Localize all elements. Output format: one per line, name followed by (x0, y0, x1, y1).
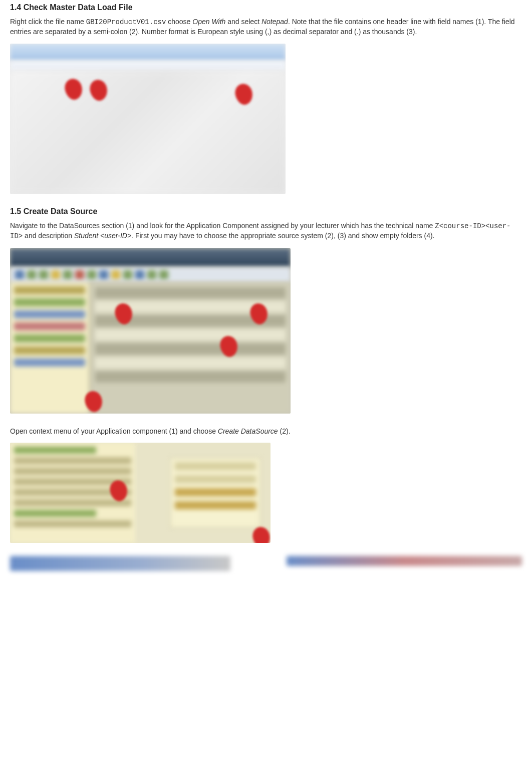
italic-notepad: Notepad (261, 18, 288, 26)
section-heading-1-5: 1.5 Create Data Source (10, 207, 522, 216)
text-segment: choose (166, 18, 192, 26)
text-segment: . First you may have to choose the appro… (131, 232, 434, 240)
italic-create-datasource: Create DataSource (218, 427, 278, 435)
code-filename: GBI20ProductV01.csv (86, 18, 166, 26)
text-segment: and description (23, 232, 74, 240)
screenshot-context-menu (10, 443, 271, 543)
section-heading-1-4: 1.4 Check Master Data Load File (10, 3, 522, 12)
italic-student-id: Student <user-ID> (74, 232, 131, 240)
section-1-5-paragraph-1: Navigate to the DataSources section (1) … (10, 221, 522, 241)
section-1-5-paragraph-2: Open context menu of your Application co… (10, 427, 522, 436)
text-segment: Navigate to the DataSources section (1) … (10, 222, 435, 230)
screenshot-sap-modeling (10, 248, 291, 414)
text-segment: Open context menu of your Application co… (10, 427, 218, 435)
text-segment: and select (225, 18, 261, 26)
screenshot-notepad (10, 44, 286, 194)
italic-open-with: Open With (192, 18, 225, 26)
text-segment: Right click the file name (10, 18, 86, 26)
text-segment: (2). (278, 427, 291, 435)
section-1-4-paragraph: Right click the file name GBI20ProductV0… (10, 17, 522, 37)
blurred-footer-text (10, 556, 522, 574)
